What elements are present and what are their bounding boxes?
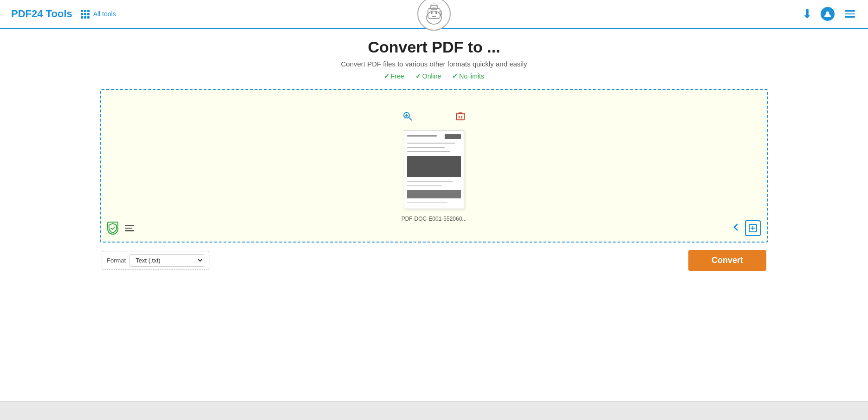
svg-point-0 xyxy=(427,11,441,24)
feature-online: ✓ Online xyxy=(415,72,441,80)
format-label: Format xyxy=(107,257,126,264)
grid-icon xyxy=(81,10,90,19)
drop-zone-toolbar xyxy=(107,220,761,236)
checkmark-online: ✓ xyxy=(415,72,421,80)
page-subtitle: Convert PDF files to various other forma… xyxy=(341,60,527,68)
footer xyxy=(0,401,868,420)
header-right: ⬇ xyxy=(802,7,857,21)
checkmark-nolimits: ✓ xyxy=(452,72,458,80)
add-file-button[interactable] xyxy=(745,220,761,236)
file-thumbnail xyxy=(404,130,464,209)
logo-circle xyxy=(417,0,451,31)
center-logo xyxy=(417,0,451,31)
file-preview-area: PDF-DOC-E001-552060... xyxy=(400,110,468,222)
thumbnail-content xyxy=(407,133,461,206)
svg-line-8 xyxy=(409,118,412,120)
zoom-button[interactable] xyxy=(400,110,415,125)
all-tools-link[interactable]: All tools xyxy=(81,10,116,19)
delete-button[interactable] xyxy=(453,110,468,125)
shield-icon xyxy=(107,222,118,235)
format-section: Format Text (.txt) Word (.docx) Excel (.… xyxy=(100,250,768,271)
features-row: ✓ Free ✓ Online ✓ No limits xyxy=(341,72,527,80)
checkmark-free: ✓ xyxy=(384,72,389,80)
svg-point-3 xyxy=(431,12,433,14)
feature-nolimits-label: No limits xyxy=(459,72,484,80)
drop-zone[interactable]: PDF-DOC-E001-552060... xyxy=(100,89,768,243)
file-actions-top xyxy=(400,110,468,125)
title-section: Convert PDF to ... Convert PDF files to … xyxy=(341,38,527,80)
list-icon[interactable] xyxy=(125,225,134,231)
menu-button[interactable] xyxy=(843,8,857,20)
toolbar-right xyxy=(732,220,761,236)
logo-link[interactable]: PDF24 Tools xyxy=(11,8,72,20)
svg-rect-11 xyxy=(457,114,464,120)
feature-nolimits: ✓ No limits xyxy=(452,72,484,80)
header: PDF24 Tools All tools xyxy=(0,0,868,29)
mascot-svg xyxy=(421,0,447,28)
format-select[interactable]: Text (.txt) Word (.docx) Excel (.xlsx) P… xyxy=(130,254,204,267)
feature-online-label: Online xyxy=(422,72,441,80)
toolbar-left xyxy=(107,222,134,235)
chevron-left-button[interactable] xyxy=(732,222,740,235)
all-tools-label: All tools xyxy=(93,10,116,18)
svg-point-4 xyxy=(435,12,437,14)
feature-free-label: Free xyxy=(391,72,404,80)
page-title: Convert PDF to ... xyxy=(341,38,527,56)
download-button[interactable]: ⬇ xyxy=(802,7,812,21)
profile-button[interactable] xyxy=(821,7,835,21)
feature-free: ✓ Free xyxy=(384,72,404,80)
logo-area: PDF24 Tools All tools xyxy=(11,8,116,20)
convert-button[interactable]: Convert xyxy=(688,250,766,271)
format-control: Format Text (.txt) Word (.docx) Excel (.… xyxy=(102,251,209,270)
main-content: Convert PDF to ... Convert PDF files to … xyxy=(0,29,868,401)
